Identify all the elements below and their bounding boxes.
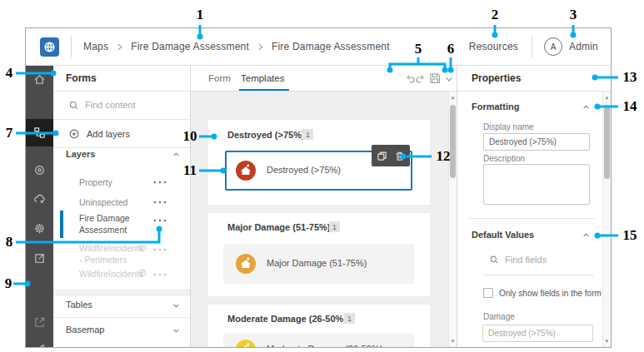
admin-menu[interactable]: Admin [569, 41, 598, 52]
default-values-section-header: Default Values [472, 230, 534, 240]
template-card-major[interactable]: Major Damage (51-75%) [223, 244, 414, 284]
callout-14: 14 [619, 99, 641, 114]
offline-cloud-icon[interactable] [33, 193, 46, 206]
layers-section-header: Layers [66, 149, 95, 159]
template-count-badge: 1 [344, 313, 355, 324]
forms-icon[interactable] [33, 126, 46, 139]
template-group-destroyed: Destroyed (>75%) 1 Destroyed (>75%) [208, 120, 430, 205]
header-divider [532, 36, 532, 57]
description-textarea[interactable] [483, 164, 590, 205]
scroll-down-arrow[interactable]: ▼ [603, 339, 611, 344]
feedback-megaphone-icon[interactable] [33, 343, 46, 348]
chevron-up-icon[interactable] [582, 231, 591, 240]
chevron-down-icon[interactable] [444, 75, 454, 83]
chevron-down-icon [172, 301, 181, 310]
find-content-search[interactable]: Find content [53, 92, 190, 120]
breadcrumb-layer-name: Fire Damage Assessment [272, 41, 390, 52]
gear-icon[interactable] [33, 222, 46, 235]
open-in-new-icon[interactable] [33, 316, 46, 329]
tab-form[interactable]: Form [208, 66, 231, 92]
search-placeholder: Find fields [505, 255, 547, 265]
active-tab-underline [239, 89, 289, 91]
scroll-down-arrow[interactable]: ▼ [449, 339, 457, 344]
forms-panel: Forms Find content Add layers Layers Pro… [53, 66, 191, 347]
redo-icon[interactable] [415, 73, 427, 84]
overflow-menu-icon[interactable] [153, 180, 167, 185]
resources-link[interactable]: Resources [469, 41, 518, 52]
delete-trash-icon[interactable] [394, 151, 405, 161]
callout-9: 9 [0, 276, 19, 291]
breadcrumb-map-name[interactable]: Fire Damage Assessment [131, 41, 249, 52]
only-show-fields-label: Only show fields in the form [499, 289, 602, 298]
overflow-menu-icon[interactable] [153, 247, 167, 252]
section-divider [469, 218, 594, 219]
sharing-icon[interactable] [33, 252, 46, 265]
template-label: Moderate Damage (26-50%) [267, 344, 382, 348]
add-layers-button[interactable]: Add layers [53, 120, 190, 148]
callout-7: 7 [0, 126, 20, 141]
only-show-fields-checkbox[interactable] [483, 288, 493, 298]
tab-templates[interactable]: Templates [241, 66, 284, 92]
header-divider [71, 36, 72, 57]
callout-1: 1 [189, 7, 211, 22]
template-card-moderate[interactable]: Moderate Damage (26-50%) [223, 334, 414, 348]
template-count-badge: 1 [302, 129, 313, 140]
properties-title: Properties [472, 72, 521, 84]
callout-5: 5 [407, 42, 429, 57]
smart-settings-icon[interactable] [33, 164, 46, 176]
section-separator [53, 290, 190, 295]
selected-layer-bar [60, 211, 63, 238]
callout-15: 15 [619, 228, 641, 243]
callout-11: 11 [179, 163, 201, 178]
template-count-badge: 1 [329, 221, 340, 232]
forms-panel-title: Forms [66, 72, 97, 84]
properties-scrollbar[interactable]: ▲ ▼ [602, 92, 611, 347]
search-icon [489, 255, 499, 265]
search-placeholder: Find content [85, 100, 136, 110]
chevron-right-icon [116, 43, 123, 51]
breadcrumb-maps[interactable]: Maps [83, 41, 108, 52]
formatting-section-header: Formatting [472, 102, 519, 112]
not-allowed-icon [137, 243, 147, 253]
template-label: Major Damage (51-75%) [267, 258, 367, 268]
damage-default-value-input[interactable] [482, 325, 593, 342]
save-icon[interactable] [429, 72, 441, 84]
undo-icon[interactable] [404, 73, 416, 84]
callout-13: 13 [619, 70, 641, 85]
chevron-up-icon[interactable] [172, 150, 181, 159]
editor-tabbar: Form Templates [191, 66, 457, 92]
template-group-moderate: Moderate Damage (26-50%) 1 Moderate Dama… [208, 305, 430, 348]
app-header: Maps Fire Damage Assessment Fire Damage … [26, 28, 611, 66]
app-window: Maps Fire Damage Assessment Fire Damage … [25, 27, 612, 348]
search-divider [483, 275, 594, 275]
template-label: Destroyed (>75%) [267, 165, 341, 175]
properties-panel: Properties Formatting Display name Descr… [457, 66, 612, 347]
duplicate-icon[interactable] [377, 151, 387, 161]
add-layers-label: Add layers [87, 129, 130, 139]
callout-12: 12 [432, 149, 454, 164]
esri-logo-icon[interactable] [40, 37, 59, 57]
editor-scrollbar[interactable]: ▲ ▼ [448, 92, 457, 347]
moderate-damage-symbol-icon [236, 340, 256, 348]
scroll-up-arrow[interactable]: ▲ [603, 95, 611, 100]
overflow-menu-icon[interactable] [153, 200, 167, 205]
scrollbar-thumb[interactable] [450, 105, 456, 178]
editor-panel: Form Templates Destroyed (>75%) 1 Destr [191, 66, 457, 347]
damage-field-label: Damage [483, 312, 515, 321]
overflow-menu-icon[interactable] [153, 218, 167, 223]
search-icon [68, 100, 79, 111]
display-name-input[interactable] [483, 133, 590, 151]
chevron-up-icon[interactable] [582, 102, 591, 112]
plus-circle-icon [68, 128, 80, 140]
callout-10: 10 [179, 129, 201, 144]
scrollbar-thumb[interactable] [604, 105, 610, 179]
basemap-label: Basemap [66, 325, 104, 335]
not-allowed-icon [137, 268, 147, 278]
description-label: Description [483, 154, 525, 163]
scroll-up-arrow[interactable]: ▲ [449, 95, 457, 100]
home-icon[interactable] [33, 73, 46, 86]
overflow-menu-icon[interactable] [153, 272, 167, 277]
properties-header-row: Properties [457, 66, 612, 92]
callout-4: 4 [0, 66, 20, 81]
avatar[interactable]: A [544, 37, 562, 56]
